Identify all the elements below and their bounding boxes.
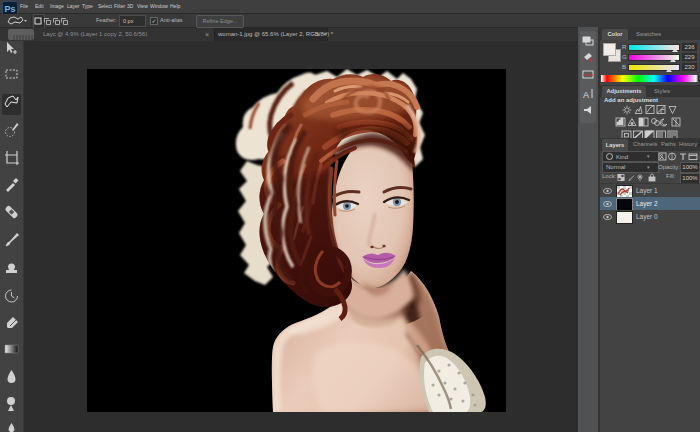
svg-text:A: A (583, 90, 589, 100)
